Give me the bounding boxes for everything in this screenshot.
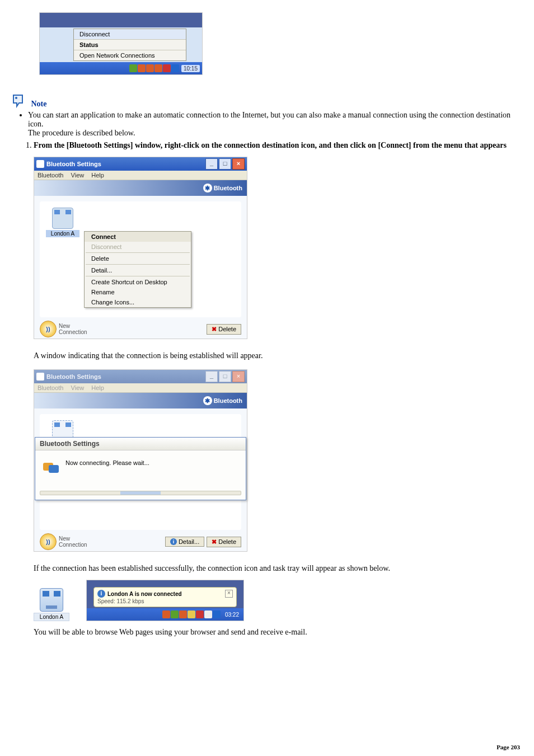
step1-title: From the [Bluetooth Settings] window, ri…: [34, 141, 507, 149]
tray-icon: [204, 611, 212, 618]
tray-clock: 03:22: [223, 611, 241, 618]
menu-view[interactable]: View: [71, 172, 85, 179]
maximize-icon: □: [219, 371, 231, 382]
balloon-speed: Speed: 115.2 kbps: [97, 598, 233, 604]
ctx-detail[interactable]: Detail...: [85, 265, 191, 275]
ctx-item-status[interactable]: Status: [74, 40, 186, 50]
menu-bluetooth[interactable]: Bluetooth: [38, 172, 63, 179]
brand-label: Bluetooth: [214, 185, 242, 191]
note-label: Note: [29, 100, 47, 108]
tray-icon: [179, 611, 187, 618]
ctx-disconnect: Disconnect: [85, 242, 191, 252]
para-appear: A window indicating that the connection …: [34, 351, 523, 360]
connecting-icon: [42, 458, 60, 476]
tray-icon: [146, 64, 154, 72]
close-icon: ×: [232, 371, 245, 382]
device-label: London A: [34, 613, 69, 621]
x-icon: ✖: [212, 326, 217, 333]
device-icon-connected: London A: [34, 588, 69, 621]
note-icon: [11, 93, 27, 109]
menu-help: Help: [91, 384, 104, 391]
delete-button[interactable]: ✖ Delete: [207, 324, 241, 335]
menu-view: View: [71, 384, 85, 391]
bluetooth-logo-icon: ✱: [203, 396, 212, 405]
para-browse: You will be able to browse Web pages usi…: [34, 628, 523, 637]
ctx-rename[interactable]: Rename: [85, 287, 191, 297]
maximize-icon[interactable]: □: [219, 158, 231, 170]
bt-icon: [36, 373, 44, 381]
ctx-change-icons[interactable]: Change Icons...: [85, 297, 191, 307]
dialog-msg: Now connecting. Please wait...: [65, 458, 149, 466]
dialog-title: Bluetooth Settings: [35, 438, 246, 450]
x-icon: ✖: [212, 538, 217, 546]
detail-button[interactable]: i Detail...: [165, 537, 204, 547]
tray-icon: [163, 64, 171, 72]
tray-icon: [154, 64, 162, 72]
para-success: If the connection has been established s…: [34, 564, 523, 573]
close-icon[interactable]: ×: [232, 158, 245, 170]
screenshot-tray-balloon: London A i London A is now connected × S…: [34, 580, 523, 621]
device-label: London A: [46, 230, 79, 237]
new-connection-icon[interactable]: )): [40, 533, 57, 550]
minimize-icon: _: [205, 371, 218, 382]
new-connection-label: New Connection: [59, 323, 87, 335]
tray-icon: [138, 64, 146, 72]
menu-help[interactable]: Help: [91, 172, 104, 179]
bluetooth-logo-icon: ✱: [203, 184, 212, 192]
bt-icon: [36, 160, 44, 168]
menu-bluetooth: Bluetooth: [38, 384, 63, 391]
minimize-icon[interactable]: _: [205, 158, 218, 170]
tray-icon: [171, 64, 179, 72]
tray-icon: [162, 611, 170, 618]
screenshot-top-taskbar: Disconnect Status Open Network Connectio…: [39, 12, 203, 75]
device-icon[interactable]: London A: [46, 208, 79, 237]
window-title: Bluetooth Settings: [46, 161, 204, 167]
svg-point-0: [15, 97, 17, 99]
tray-icon: [188, 611, 195, 618]
tray-icon: [196, 611, 204, 618]
new-connection-label: New Connection: [59, 536, 87, 548]
note-text: You can start an application to make an …: [28, 111, 523, 138]
tray-icon: [129, 64, 137, 72]
brand-label: Bluetooth: [214, 397, 242, 404]
info-icon: i: [97, 590, 105, 598]
new-connection-icon[interactable]: )): [40, 321, 57, 337]
window-title: Bluetooth Settings: [46, 373, 204, 380]
ctx-item-open-connections[interactable]: Open Network Connections: [74, 50, 186, 60]
delete-button[interactable]: ✖ Delete: [207, 537, 241, 547]
tray-icon: [213, 611, 221, 618]
info-icon: i: [170, 538, 177, 545]
balloon-title: London A is now connected: [107, 591, 223, 597]
ctx-create-shortcut[interactable]: Create Shortcut on Desktop: [85, 277, 191, 287]
close-icon[interactable]: ×: [225, 590, 233, 598]
tray-icon: [171, 611, 179, 618]
ctx-connect[interactable]: Connect: [85, 232, 191, 242]
tray-clock: 10:15: [181, 65, 200, 72]
ctx-item-disconnect[interactable]: Disconnect: [74, 29, 186, 40]
screenshot-bt-settings-1: Bluetooth Settings _ □ × Bluetooth View …: [34, 157, 247, 339]
screenshot-bt-settings-2: Bluetooth Settings _ □ × Bluetooth View …: [34, 369, 247, 552]
ctx-delete[interactable]: Delete: [85, 253, 191, 264]
